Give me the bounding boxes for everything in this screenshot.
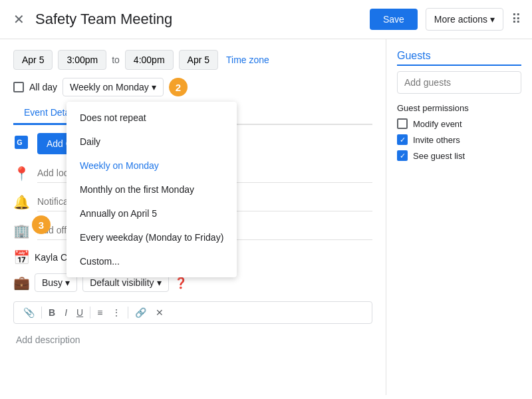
allday-repeat-row: All day Weekly on Monday ▾ 2 Does not re… [13,78,372,96]
attachment-button[interactable]: 📎 [19,305,39,321]
invite-others-checkbox[interactable]: ✓ [397,134,408,145]
italic-button[interactable]: I [61,305,71,321]
office-icon: 🏢 [13,223,29,239]
repeat-label: Weekly on Monday [70,82,149,92]
bell-icon: 🔔 [13,194,29,210]
date-time-row: Apr 5 3:00pm to 4:00pm Apr 5 Time zone [13,50,372,70]
step-2-badge: 2 [169,78,188,96]
help-icon[interactable]: ❓ [174,277,188,289]
repeat-chevron-icon: ▾ [152,82,156,92]
step-3-badge: 3 [32,215,51,234]
main-content: Apr 5 3:00pm to 4:00pm Apr 5 Time zone A… [0,39,532,395]
allday-checkbox[interactable] [13,82,24,92]
svg-text:G: G [17,138,22,146]
repeat-option-monthly-first-monday[interactable]: Monthly on the first Monday [66,178,237,201]
text-toolbar: 📎 B I U ≡ ⋮ 🔗 ✕ [13,301,372,324]
repeat-button[interactable]: Weekly on Monday ▾ [63,78,164,96]
end-date-chip[interactable]: Apr 5 [179,50,218,70]
right-panel: Guests Guest permissions Modify event ✓ … [386,39,532,395]
see-guest-list-checkbox[interactable]: ✓ [397,150,408,161]
event-title: Safety Team Meeting [35,11,362,28]
chevron-down-icon: ▾ [490,14,495,25]
more-actions-label: More actions [434,14,487,25]
busy-chevron-icon: ▾ [65,277,70,288]
visibility-chevron-icon: ▾ [157,277,162,288]
repeat-option-every-weekday[interactable]: Every weekday (Monday to Friday) [66,225,237,249]
save-button[interactable]: Save [370,9,418,30]
bullet-list-button[interactable]: ⋮ [108,305,125,321]
guests-title: Guests [397,50,521,66]
permissions-title: Guest permissions [397,103,521,113]
more-actions-button[interactable]: More actions ▾ [426,8,503,31]
grid-icon: ⠿ [511,11,521,27]
timezone-link[interactable]: Time zone [226,55,269,65]
location-icon: 📍 [13,166,29,182]
calendar-icon: 📅 [13,249,29,265]
repeat-option-annually-april5[interactable]: Annually on April 5 [66,201,237,225]
visibility-label: Default visibility [90,277,154,288]
bold-button[interactable]: B [45,305,59,321]
top-bar: ✕ Safety Team Meeting Save More actions … [0,0,532,39]
checkmark-icon-2: ✓ [400,152,406,160]
repeat-option-daily[interactable]: Daily [66,130,237,154]
ordered-list-button[interactable]: ≡ [93,305,106,321]
see-guest-list-label: See guest list [413,151,465,161]
repeat-dropdown: Does not repeat Daily Weekly on Monday M… [66,102,237,277]
modify-event-label: Modify event [413,119,462,129]
modify-event-checkbox[interactable] [397,118,408,129]
bag-icon: 💼 [13,275,29,291]
description-area[interactable]: Add description [13,329,372,350]
invite-others-label: Invite others [413,135,460,145]
permission-see-guest-list: ✓ See guest list [397,150,521,161]
start-time-chip[interactable]: 3:00pm [58,50,106,70]
repeat-option-weekly-monday[interactable]: Weekly on Monday [66,154,237,178]
link-button[interactable]: 🔗 [131,305,150,321]
toolbar-divider-2 [90,307,90,319]
busy-label: Busy [42,277,63,288]
toolbar-divider-3 [128,307,128,319]
start-date-chip[interactable]: Apr 5 [13,50,53,70]
permission-modify-event: Modify event [397,118,521,129]
checkmark-icon: ✓ [400,136,406,144]
remove-format-button[interactable]: ✕ [152,305,168,321]
left-panel: Apr 5 3:00pm to 4:00pm Apr 5 Time zone A… [0,39,386,395]
add-guests-input[interactable] [397,71,521,94]
repeat-option-custom[interactable]: Custom... [66,249,237,273]
close-button[interactable]: ✕ [11,10,27,29]
end-time-chip[interactable]: 4:00pm [125,50,174,70]
allday-label: All day [29,82,57,92]
repeat-option-does-not-repeat[interactable]: Does not repeat [66,106,237,130]
toolbar-divider [41,307,42,319]
underline-button[interactable]: U [72,305,87,321]
permission-invite-others: ✓ Invite others [397,134,521,145]
video-icon: G [13,136,29,152]
time-separator: to [112,55,120,65]
